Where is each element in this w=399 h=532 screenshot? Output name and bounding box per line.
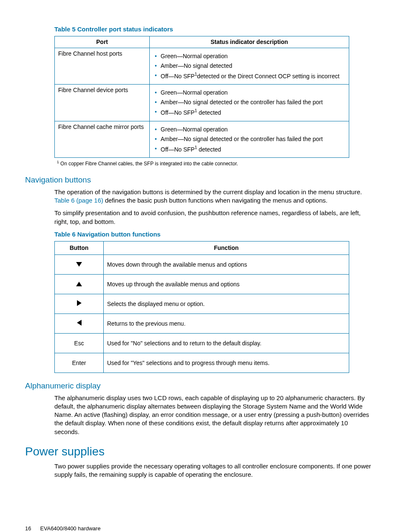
table-row: Moves down through the available menus a… <box>55 255 349 275</box>
table5-footnote: 1 On copper Fibre Channel cables, the SF… <box>57 159 374 167</box>
arrow-left-icon <box>77 320 82 326</box>
status-item: Amber—No signal detected <box>161 61 345 71</box>
table-row: Fibre Channel device portsGreen—Normal o… <box>55 85 349 121</box>
port-cell: Fibre Channel host ports <box>55 48 150 85</box>
button-cell: Esc <box>55 334 104 353</box>
button-cell <box>55 314 104 334</box>
power-paragraph: Two power supplies provide the necessary… <box>54 462 374 479</box>
footer-title: EVA6400/8400 hardware <box>40 525 100 532</box>
button-cell: Enter <box>55 353 104 373</box>
function-cell: Used for "Yes" selections and to progres… <box>104 353 349 373</box>
arrow-down-icon <box>76 262 82 267</box>
page-number: 16 <box>25 525 31 532</box>
power-supplies-heading: Power supplies <box>25 444 374 460</box>
nav-buttons-heading: Navigation buttons <box>25 175 374 185</box>
desc-cell: Green—Normal operationAmber—No signal de… <box>150 121 349 157</box>
table6-header-button: Button <box>55 242 104 255</box>
status-item: Off—No SFP1 detected <box>161 107 345 118</box>
table-row: EnterUsed for "Yes" selections and to pr… <box>55 353 349 373</box>
button-cell <box>55 255 104 275</box>
button-cell <box>55 294 104 314</box>
table6-header-function: Function <box>104 242 349 255</box>
arrow-right-icon <box>77 300 82 306</box>
table-row: Fibre Channel host portsGreen—Normal ope… <box>55 48 349 85</box>
table5-caption: Table 5 Controller port status indicator… <box>54 25 374 33</box>
table-row: Fibre Channel cache mirror portsGreen—No… <box>55 121 349 157</box>
status-item: Green—Normal operation <box>161 88 345 98</box>
function-cell: Returns to the previous menu. <box>104 314 349 334</box>
table-row: Returns to the previous menu. <box>55 314 349 334</box>
table5: Port Status indicator description Fibre … <box>54 36 349 158</box>
port-cell: Fibre Channel device ports <box>55 85 150 121</box>
nav-paragraph-1: The operation of the navigation buttons … <box>54 188 374 205</box>
status-item: Off—No SFP1detected or the Direct Connec… <box>161 71 345 81</box>
footnote-text: On copper Fibre Channel cables, the SFP … <box>59 161 238 167</box>
status-item: Green—Normal operation <box>161 125 345 134</box>
function-cell: Used for "No" selections and to return t… <box>104 334 349 353</box>
button-cell <box>55 275 104 294</box>
status-item: Green—Normal operation <box>161 51 345 61</box>
nav-p1-a: The operation of the navigation buttons … <box>54 188 362 195</box>
page-footer: 16 EVA6400/8400 hardware <box>25 525 374 532</box>
nav-p1-b: defines the basic push button functions … <box>103 197 327 204</box>
table6-link[interactable]: Table 6 (page 16) <box>54 197 103 204</box>
function-cell: Moves down through the available menus a… <box>104 255 349 275</box>
status-item: Amber—No signal detected or the controll… <box>161 134 345 144</box>
alpha-paragraph: The alphanumeric display uses two LCD ro… <box>54 394 374 436</box>
status-item: Off—No SFP1 detected <box>161 144 345 154</box>
table-row: Moves up through the available menus and… <box>55 275 349 294</box>
table-row: EscUsed for "No" selections and to retur… <box>55 334 349 353</box>
desc-cell: Green—Normal operationAmber—No signal de… <box>150 48 349 85</box>
port-cell: Fibre Channel cache mirror ports <box>55 121 150 157</box>
status-item: Amber—No signal detected or the controll… <box>161 98 345 107</box>
function-cell: Moves up through the available menus and… <box>104 275 349 294</box>
table6: Button Function Moves down through the a… <box>54 241 349 373</box>
arrow-up-icon <box>76 282 82 286</box>
nav-paragraph-2: To simplify presentation and to avoid co… <box>54 209 374 226</box>
desc-cell: Green—Normal operationAmber—No signal de… <box>150 85 349 121</box>
function-cell: Selects the displayed menu or option. <box>104 294 349 314</box>
table5-header-port: Port <box>55 36 150 48</box>
alpha-display-heading: Alphanumeric display <box>25 380 374 391</box>
table5-header-desc: Status indicator description <box>150 36 349 48</box>
table6-caption: Table 6 Navigation button functions <box>54 230 374 239</box>
table-row: Selects the displayed menu or option. <box>55 294 349 314</box>
